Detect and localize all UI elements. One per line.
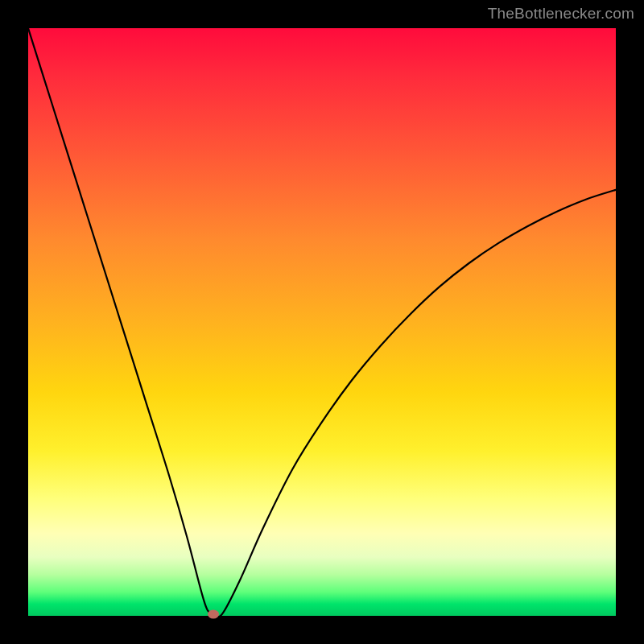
optimum-marker	[208, 609, 219, 618]
chart-frame: TheBottlenecker.com	[0, 0, 644, 644]
plot-area	[28, 28, 616, 616]
watermark-label: TheBottlenecker.com	[488, 5, 634, 23]
bottleneck-curve	[28, 28, 616, 616]
